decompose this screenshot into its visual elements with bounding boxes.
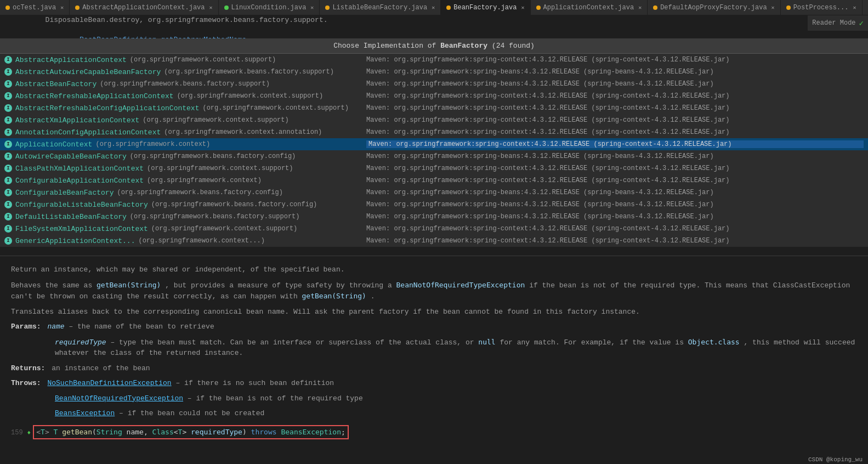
doc-object-class-code: Object.class	[688, 338, 740, 346]
dropdown-item-4[interactable]: IAbstractRefreshableConfigApplicationCon…	[0, 102, 868, 114]
dropdown-item-0[interactable]: IAbstractApplicationContext (org.springf…	[0, 54, 868, 66]
dropdown-item-6[interactable]: IAnnotationConfigApplicationContext (org…	[0, 126, 868, 138]
dropdown-item-9[interactable]: IClassPathXmlApplicationContext (org.spr…	[0, 162, 868, 174]
dropdown-item-left-4: IAbstractRefreshableConfigApplicationCon…	[4, 104, 366, 112]
dropdown-item-left-13: IDefaultListableBeanFactory (org.springf…	[4, 213, 366, 221]
reader-mode-button[interactable]: Reader Mode ✓	[808, 15, 868, 31]
tab-label-LinuxCondition: LinuxCondition.java	[231, 4, 307, 12]
dropdown-item-left-3: IAbstractRefreshableApplicationContext (…	[4, 92, 366, 100]
doc-line2: Behaves the same as getBean(String) , bu…	[11, 280, 857, 302]
tab-close-PostProcess[interactable]: ✕	[853, 4, 856, 11]
impl-icon-0: I	[4, 56, 12, 64]
dropdown-maven-3: Maven: org.springframework:spring-contex…	[366, 92, 864, 100]
dropdown-item-left-9: IClassPathXmlApplicationContext (org.spr…	[4, 165, 366, 173]
impl-pkg-7: (org.springframework.context)	[95, 140, 210, 148]
impl-icon-13: I	[4, 213, 12, 220]
impl-name-2: AbstractBeanFactory	[15, 80, 97, 88]
bottom-code-lt: <	[36, 428, 41, 436]
impl-pkg-6: (org.springframework.context.annotation)	[164, 128, 322, 136]
impl-pkg-15: (org.springframework.context...)	[138, 237, 264, 245]
doc-exception-code: BeanNotOfRequiredTypeException	[396, 281, 525, 289]
dropdown-item-2[interactable]: IAbstractBeanFactory (org.springframewor…	[0, 78, 868, 90]
dropdown-list: IAbstractApplicationContext (org.springf…	[0, 54, 868, 247]
tab-AbstractApplicationContext[interactable]: AbstractApplicationContext.java✕	[70, 0, 218, 15]
doc-params-section: Params: name – the name of the bean to r…	[11, 321, 857, 332]
dropdown-item-left-1: IAbstractAutowireCapableBeanFactory (org…	[4, 68, 366, 76]
dropdown-item-5[interactable]: IAbstractXmlApplicationContext (org.spri…	[0, 114, 868, 126]
impl-name-14: FileSystemXmlApplicationContext	[15, 225, 148, 233]
tab-ApplicationContext[interactable]: ApplicationContext.java✕	[531, 0, 648, 15]
impl-pkg-2: (org.springframework.beans.factory.suppo…	[100, 80, 270, 88]
doc-getbean-code: getBean(String)	[97, 281, 161, 289]
dropdown-maven-12: Maven: org.springframework:spring-beans:…	[366, 201, 864, 208]
tab-PostProcess[interactable]: PostProcess...✕	[781, 0, 863, 15]
dropdown-item-1[interactable]: IAbstractAutowireCapableBeanFactory (org…	[0, 66, 868, 78]
dropdown-item-12[interactable]: IConfigurableListableBeanFactory (org.sp…	[0, 199, 868, 211]
bottom-code-paren2: )	[242, 428, 251, 436]
dropdown-item-8[interactable]: IAutowireCapableBeanFactory (org.springf…	[0, 150, 868, 162]
impl-name-1: AbstractAutowireCapableBeanFactory	[15, 68, 161, 76]
tab-dot-BeanFactory	[446, 5, 451, 10]
dropdown-item-left-0: IAbstractApplicationContext (org.springf…	[4, 56, 366, 64]
doc-param-name-desc: – the name of the bean to retrieve	[69, 322, 214, 331]
tab-close-ListableBeanFactory[interactable]: ✕	[432, 4, 435, 11]
dropdown-maven-11: Maven: org.springframework:spring-beans:…	[366, 189, 864, 196]
dropdown-maven-7: Maven: org.springframework:spring-contex…	[366, 140, 864, 148]
dropdown-item-7[interactable]: IApplicationContext (org.springframework…	[0, 138, 868, 150]
dropdown-item-3[interactable]: IAbstractRefreshableApplicationContext (…	[0, 90, 868, 102]
doc-param-type-desc: – type the bean must match. Can be an in…	[110, 338, 478, 347]
doc-returns-label: Returns:	[11, 364, 45, 372]
bookmark-icon-159: ♦	[27, 428, 31, 438]
tab-ocTest[interactable]: ocTest.java✕	[0, 0, 70, 15]
doc-null-code: null	[478, 338, 495, 346]
tab-label-ocTest: ocTest.java	[13, 4, 56, 12]
dropdown-item-left-6: IAnnotationConfigApplicationContext (org…	[4, 128, 366, 137]
doc-panel: Return an instance, which may be shared …	[0, 256, 868, 464]
dropdown-item-left-11: IConfigurableBeanFactory (org.springfram…	[4, 189, 366, 197]
tab-dot-ocTest	[5, 5, 10, 10]
impl-icon-6: I	[4, 128, 12, 136]
impl-name-11: ConfigurableBeanFactory	[15, 189, 114, 197]
dropdown-item-left-10: IConfigurableApplicationContext (org.spr…	[4, 177, 366, 185]
doc-behaves-text: Behaves the same as	[11, 281, 97, 290]
impl-pkg-11: (org.springframework.beans.factory.confi…	[117, 189, 282, 196]
tab-BeanFactory[interactable]: BeanFactory.java✕	[441, 0, 530, 15]
code-line-meta1: DisposableBean.destroy, org.springframew…	[0, 15, 868, 25]
doc-line1: Return an instance, which may be shared …	[11, 264, 857, 275]
impl-pkg-3: (org.springframework.context.support)	[177, 92, 323, 100]
tab-close-BeanFactory[interactable]: ✕	[521, 4, 524, 11]
dropdown-maven-9: Maven: org.springframework:spring-contex…	[366, 165, 864, 172]
doc-params-label: Params:	[11, 322, 41, 331]
dropdown-maven-14: Maven: org.springframework:spring-contex…	[366, 225, 864, 233]
tab-label-AbstractApplicationContext: AbstractApplicationContext.java	[82, 4, 205, 12]
impl-icon-9: I	[4, 165, 12, 172]
tab-LinuxCondition[interactable]: LinuxCondition.java✕	[219, 0, 320, 15]
doc-throws-link3[interactable]: BeansException	[55, 409, 115, 417]
tab-ListableBeanFactory[interactable]: ListableBeanFactory.java✕	[320, 0, 441, 15]
doc-throws-link1[interactable]: NoSuchBeanDefinitionException	[47, 379, 171, 387]
dropdown-maven-1: Maven: org.springframework:spring-beans:…	[366, 68, 864, 76]
bottom-code-BeansException: BeansException	[277, 428, 341, 436]
tab-close-ApplicationContext[interactable]: ✕	[638, 4, 642, 11]
dropdown-item-10[interactable]: IConfigurableApplicationContext (org.spr…	[0, 174, 868, 186]
tab-close-LinuxCondition[interactable]: ✕	[310, 4, 314, 11]
editor-area: Reader Mode ✓ DisposableBean.destroy, or…	[0, 15, 868, 464]
impl-icon-14: I	[4, 225, 12, 233]
dropdown-item-13[interactable]: IDefaultListableBeanFactory (org.springf…	[0, 211, 868, 223]
bottom-code-semi: ;	[341, 428, 345, 436]
impl-name-7: ApplicationContext	[15, 140, 92, 149]
doc-throws-link2[interactable]: BeanNotOfRequiredTypeException	[55, 394, 183, 403]
impl-pkg-9: (org.springframework.context.support)	[147, 165, 293, 172]
dropdown-item-11[interactable]: IConfigurableBeanFactory (org.springfram…	[0, 186, 868, 199]
impl-name-8: AutowireCapableBeanFactory	[15, 152, 127, 161]
tab-label-ListableBeanFactory: ListableBeanFactory.java	[332, 4, 427, 12]
dropdown-item-14[interactable]: IFileSystemXmlApplicationContext (org.sp…	[0, 223, 868, 235]
doc-throws-section2: BeanNotOfRequiredTypeException – if the …	[11, 393, 857, 404]
dropdown-item-15[interactable]: IGenericApplicationContext... (org.sprin…	[0, 235, 868, 247]
tab-close-DefaultAopProxyFactory[interactable]: ✕	[771, 4, 775, 11]
tab-close-ocTest[interactable]: ✕	[60, 4, 64, 11]
impl-name-0: AbstractApplicationContext	[15, 56, 127, 64]
tab-DefaultAopProxyFactory[interactable]: DefaultAopProxyFactory.java✕	[648, 0, 780, 15]
impl-name-6: AnnotationConfigApplicationContext	[15, 128, 161, 137]
tab-close-AbstractApplicationContext[interactable]: ✕	[209, 4, 213, 11]
